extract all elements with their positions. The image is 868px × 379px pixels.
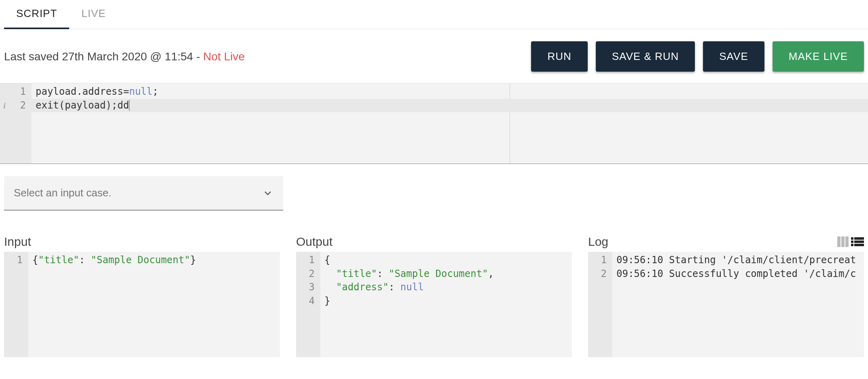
list-view-icon[interactable]: [851, 237, 864, 246]
run-button[interactable]: RUN: [531, 41, 587, 72]
log-editor[interactable]: 1209:56:10 Starting '/claim/client/precr…: [588, 252, 864, 357]
code-body[interactable]: payload.address=null;exit(payload);dd: [32, 83, 868, 164]
input-case-select[interactable]: Select an input case.: [4, 176, 283, 211]
log-panel: Log 1209:56:10 Starting '/claim/client/p…: [588, 235, 864, 357]
columns-view-icon[interactable]: [837, 236, 849, 247]
input-title: Input: [4, 235, 31, 249]
gutter: 12i: [0, 83, 32, 164]
code-line: {: [324, 253, 568, 267]
not-live-badge: Not Live: [203, 50, 245, 63]
button-group: RUN SAVE & RUN SAVE MAKE LIVE: [531, 41, 864, 72]
save-status-text: Last saved 27th March 2020 @ 11:54 -: [4, 50, 203, 63]
gutter: 12: [588, 252, 612, 357]
make-live-button[interactable]: MAKE LIVE: [773, 41, 864, 72]
output-title: Output: [296, 235, 332, 249]
code-line: 09:56:10 Successfully completed '/claim/…: [616, 267, 860, 281]
code-body[interactable]: 09:56:10 Starting '/claim/client/precrea…: [612, 252, 864, 357]
input-editor[interactable]: 1{"title": "Sample Document"}: [4, 252, 280, 357]
input-panel: Input 1{"title": "Sample Document"}: [4, 235, 280, 357]
tabs: SCRIPT LIVE: [0, 0, 868, 29]
gutter: 1: [4, 252, 28, 357]
tab-live[interactable]: LIVE: [69, 0, 118, 29]
toolbar: Last saved 27th March 2020 @ 11:54 - Not…: [0, 29, 868, 83]
code-line: "address": null: [324, 281, 568, 294]
log-title: Log: [588, 235, 608, 249]
output-panel: Output 1234{ "title": "Sample Document",…: [296, 235, 572, 357]
gutter: 1234: [296, 252, 320, 357]
tab-script[interactable]: SCRIPT: [4, 0, 69, 29]
code-line: "title": "Sample Document",: [324, 267, 568, 281]
select-row: Select an input case.: [0, 164, 868, 215]
log-view-icons: [837, 236, 864, 247]
select-placeholder: Select an input case.: [14, 187, 111, 199]
save-status: Last saved 27th March 2020 @ 11:54 - Not…: [4, 50, 245, 63]
code-line: payload.address=null;: [36, 85, 864, 99]
panels: Input 1{"title": "Sample Document"} Outp…: [0, 215, 868, 361]
code-line: }: [324, 294, 568, 308]
code-body[interactable]: {"title": "Sample Document"}: [28, 252, 280, 357]
save-run-button[interactable]: SAVE & RUN: [596, 41, 695, 72]
code-line: 09:56:10 Starting '/claim/client/precrea…: [616, 253, 860, 267]
code-line: {"title": "Sample Document"}: [32, 253, 276, 267]
code-body[interactable]: { "title": "Sample Document", "address":…: [320, 252, 572, 357]
save-button[interactable]: SAVE: [703, 41, 764, 72]
info-icon: i: [3, 100, 6, 112]
script-editor[interactable]: 12ipayload.address=null;exit(payload);dd: [0, 83, 868, 164]
output-editor[interactable]: 1234{ "title": "Sample Document", "addre…: [296, 252, 572, 357]
code-line: exit(payload);dd: [36, 99, 864, 113]
chevron-down-icon: [262, 187, 273, 199]
